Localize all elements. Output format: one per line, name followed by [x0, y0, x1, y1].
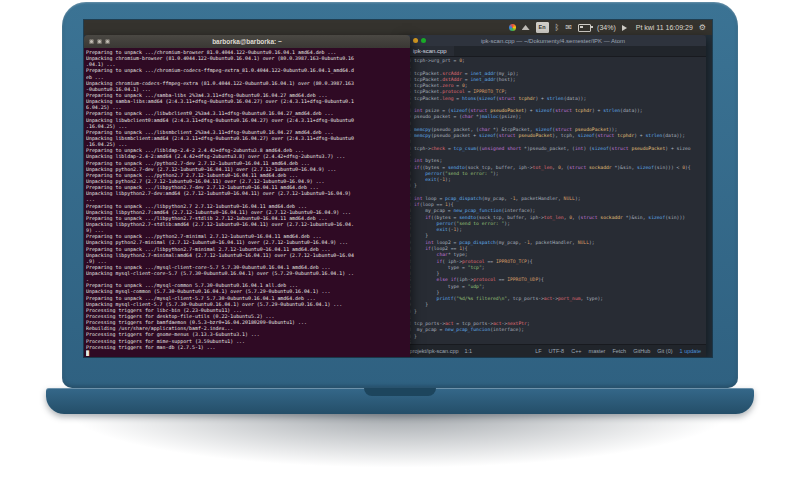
status-item-utf-8[interactable]: UTF-8: [549, 348, 565, 354]
system-tray: En ᛒ ✉ (34%) Pt kwi 11 16:09:29 ⚙: [509, 22, 706, 33]
status-item-c-[interactable]: C++: [571, 348, 581, 354]
file-path[interactable]: 2.projekt/ipk-scan.cpp: [405, 348, 459, 354]
session-gear-icon[interactable]: ⚙: [699, 24, 706, 32]
cursor-position[interactable]: 1:1: [465, 348, 473, 354]
status-item-lf[interactable]: LF: [535, 348, 541, 354]
code-editor[interactable]: 530tcph->urg_prt = 0;531532tcpPacket.src…: [400, 57, 706, 344]
laptop-lid-notch: [364, 388, 436, 396]
atom-status-bar: 2.projekt/ipk-scan.cpp 1:1 LFUTF-8C++mas…: [400, 344, 706, 357]
desktop-screen: En ᛒ ✉ (34%) Pt kwi 11 16:09:29 ⚙ barbor…: [84, 20, 712, 357]
status-item-github[interactable]: GitHub: [633, 348, 650, 354]
terminal-window[interactable]: barborka@barborka: ~ Preparing to unpack…: [84, 35, 410, 357]
battery-icon[interactable]: [578, 24, 591, 32]
terminal-title: barborka@barborka: ~: [84, 38, 410, 45]
atom-tab-bar: ipk-scan.cpp: [400, 46, 706, 57]
status-left: 2.projekt/ipk-scan.cpp 1:1: [405, 348, 472, 354]
bluetooth-icon[interactable]: ᛒ: [555, 24, 560, 32]
network-icon[interactable]: [522, 25, 530, 30]
keyboard-layout-indicator[interactable]: En: [536, 22, 549, 33]
status-item-1-update[interactable]: 1 update: [680, 348, 701, 354]
terminal-output[interactable]: Preparing to unpack .../chromium-browser…: [84, 48, 410, 357]
status-item-master[interactable]: master: [589, 348, 606, 354]
atom-titlebar[interactable]: ipk-scan.cpp — ~/Dokumenty/4.semester/IP…: [400, 35, 706, 46]
laptop-mockup: En ᛒ ✉ (34%) Pt kwi 11 16:09:29 ⚙ barbor…: [0, 0, 800, 477]
atom-window[interactable]: ipk-scan.cpp — ~/Dokumenty/4.semester/IP…: [400, 35, 706, 357]
terminal-line: █: [86, 350, 410, 356]
clock[interactable]: Pt kwi 11 16:09:29: [636, 24, 693, 31]
laptop-base: [46, 388, 754, 414]
status-item-git-0-[interactable]: Git (0): [657, 348, 672, 354]
status-item-fetch[interactable]: Fetch: [612, 348, 626, 354]
atom-window-title: ipk-scan.cpp — ~/Dokumenty/4.semester/IP…: [400, 38, 706, 44]
tab-label: ipk-scan.cpp: [413, 48, 447, 54]
app-indicator-icon[interactable]: [509, 24, 516, 31]
terminal-titlebar[interactable]: barborka@barborka: ~: [84, 35, 410, 48]
top-panel: En ᛒ ✉ (34%) Pt kwi 11 16:09:29 ⚙: [84, 20, 712, 35]
status-right: LFUTF-8C++masterFetchGitHubGit (0)1 upda…: [535, 348, 701, 354]
battery-percentage: (34%): [597, 24, 616, 31]
volume-icon[interactable]: [622, 25, 630, 31]
mail-icon[interactable]: ✉: [565, 24, 572, 32]
